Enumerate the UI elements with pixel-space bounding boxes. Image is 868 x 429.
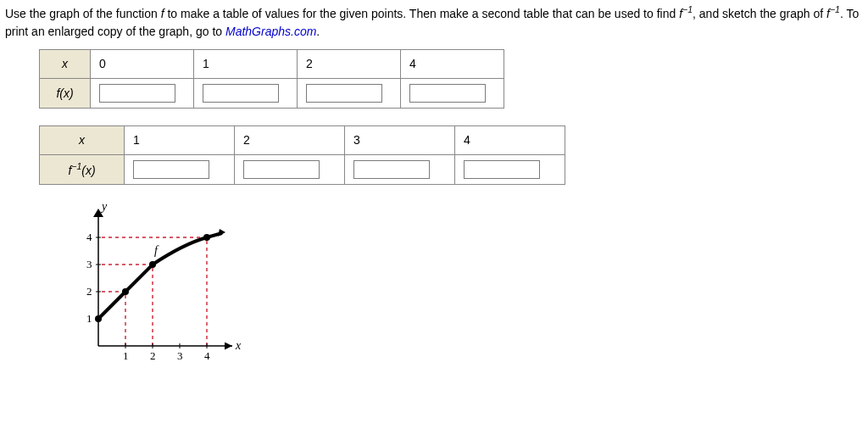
prompt-text-5: .: [316, 25, 320, 38]
svg-point-10: [149, 261, 156, 268]
finv-input-2[interactable]: [353, 160, 430, 179]
table-cell-x1: 1: [194, 49, 298, 78]
table2-cell-x3: 4: [455, 125, 565, 154]
prompt-text-2: to make a table of values for the given …: [164, 7, 680, 20]
svg-text:1: 1: [86, 312, 92, 325]
axis-labels: y x f: [100, 202, 242, 352]
svg-point-9: [122, 288, 129, 295]
svg-text:3: 3: [86, 258, 92, 270]
table-cell-x2: 2: [298, 49, 401, 78]
finv-input-0[interactable]: [133, 160, 209, 179]
svg-point-11: [203, 234, 210, 241]
svg-text:1: 1: [123, 349, 129, 362]
table-row: x 0 1 2 4: [40, 49, 504, 78]
fx-input-0[interactable]: [99, 84, 175, 103]
svg-point-8: [95, 315, 102, 322]
finv-input-1[interactable]: [243, 160, 320, 179]
finv-input-3[interactable]: [464, 160, 540, 179]
table-finv: x 1 2 3 4 f−1(x): [39, 125, 565, 185]
svg-text:2: 2: [86, 285, 92, 298]
y-axis-label: y: [100, 202, 108, 213]
svg-text:4: 4: [204, 349, 210, 362]
table-row: x 1 2 3 4: [40, 125, 565, 154]
table-row: f−1(x): [40, 154, 565, 184]
table-row: f(x): [40, 78, 504, 108]
table-cell-x0: 0: [91, 49, 194, 78]
curve-f: [98, 233, 222, 319]
question-prompt: Use the graph of the function f to make …: [5, 3, 863, 41]
svg-text:2: 2: [150, 349, 156, 362]
prompt-finv2: f−1: [826, 7, 840, 20]
svg-text:4: 4: [86, 231, 92, 243]
svg-text:3: 3: [177, 349, 183, 362]
prompt-text-3: , and sketch the graph of: [693, 7, 826, 20]
table2-header-finv: f−1(x): [40, 154, 125, 184]
axis-ticks: [96, 237, 207, 348]
table2-cell-x0: 1: [125, 125, 235, 154]
function-graph: y x f 1 2 3 4 1 2 3 4: [73, 202, 242, 371]
prompt-finv1: f−1: [679, 7, 693, 20]
fx-input-3[interactable]: [409, 84, 486, 103]
curve-arrow-icon: [218, 229, 225, 237]
fx-input-1[interactable]: [203, 84, 279, 103]
fx-input-2[interactable]: [306, 84, 382, 103]
graph-svg: y x f 1 2 3 4 1 2 3 4: [73, 202, 242, 371]
x-axis-label: x: [235, 339, 242, 352]
table-cell-x3: 4: [401, 49, 504, 78]
table-header-fx: f(x): [40, 78, 91, 108]
table2-cell-x2: 3: [345, 125, 455, 154]
mathgraphs-link[interactable]: MathGraphs.com: [225, 25, 316, 38]
tick-labels: 1 2 3 4 1 2 3 4: [86, 231, 210, 362]
table2-cell-x1: 2: [235, 125, 345, 154]
graph-guidelines: [98, 237, 207, 346]
curve-label: f: [154, 244, 159, 257]
table2-header-x: x: [40, 125, 125, 154]
table-header-x: x: [40, 49, 91, 78]
table-f: x 0 1 2 4 f(x): [39, 49, 504, 109]
prompt-text-1: Use the graph of the function: [5, 7, 161, 20]
